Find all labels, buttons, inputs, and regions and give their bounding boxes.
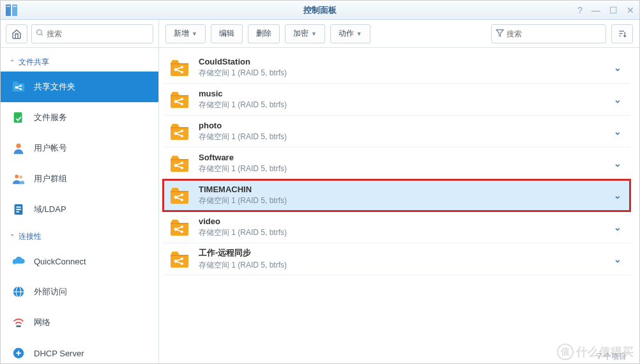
main-search-input[interactable]	[507, 29, 602, 38]
sidebar-item-quickconnect[interactable]: QuickConnect	[1, 246, 158, 277]
sidebar-item-label: 网络	[34, 317, 50, 328]
svg-rect-23	[16, 211, 19, 213]
sidebar-header	[1, 20, 159, 48]
folder-location: 存储空间 1 (RAID 5, btrfs)	[199, 260, 605, 271]
titlebar: 控制面板 ? — ☐ ✕	[1, 1, 639, 20]
maximize-button[interactable]: ☐	[609, 5, 618, 15]
item-count: 7 个项目	[597, 351, 627, 362]
chevron-down-icon[interactable]: ⌄	[614, 95, 621, 105]
sidebar-item-dhcp[interactable]: DHCP Server	[1, 338, 158, 364]
chevron-down-icon[interactable]: ⌄	[614, 190, 621, 201]
body: ⌃ 文件共享 共享文件夹 文件服务 用户帐号 用户群组	[1, 48, 639, 364]
svg-rect-22	[16, 209, 20, 210]
sidebar-item-label: 外部访问	[34, 286, 67, 298]
sort-button[interactable]	[611, 24, 633, 43]
sidebar: ⌃ 文件共享 共享文件夹 文件服务 用户帐号 用户群组	[1, 48, 159, 364]
folder-row[interactable]: video 存储空间 1 (RAID 5, btrfs) ⌄	[163, 211, 630, 243]
edit-button[interactable]: 编辑	[211, 24, 243, 43]
sidebar-item-shared-folder[interactable]: 共享文件夹	[1, 72, 158, 102]
sidebar-item-label: 共享文件夹	[34, 81, 75, 93]
folder-row[interactable]: TIMEMACHIN 存储空间 1 (RAID 5, btrfs) ⌄	[163, 179, 630, 211]
main-content: CouldStation 存储空间 1 (RAID 5, btrfs) ⌄ mu…	[159, 48, 639, 364]
folder-location: 存储空间 1 (RAID 5, btrfs)	[199, 68, 605, 79]
sidebar-item-label: 文件服务	[34, 112, 67, 123]
folder-row[interactable]: Software 存储空间 1 (RAID 5, btrfs) ⌄	[163, 148, 630, 179]
svg-point-18	[15, 174, 19, 178]
sidebar-item-label: QuickConnect	[34, 257, 86, 266]
folder-name: TIMEMACHIN	[199, 185, 605, 194]
svg-rect-27	[16, 326, 20, 328]
chevron-down-icon[interactable]: ⌄	[614, 254, 621, 264]
svg-point-19	[19, 176, 22, 179]
folder-name: CouldStation	[199, 57, 605, 66]
svg-rect-10	[13, 84, 24, 92]
chevron-down-icon[interactable]: ⌄	[614, 222, 621, 232]
section-label: 连接性	[19, 231, 42, 242]
folder-info: Software 存储空间 1 (RAID 5, btrfs)	[199, 153, 605, 174]
folder-row[interactable]: CouldStation 存储空间 1 (RAID 5, btrfs) ⌄	[163, 52, 630, 84]
folder-row[interactable]: photo 存储空间 1 (RAID 5, btrfs) ⌄	[163, 116, 630, 148]
chevron-down-icon[interactable]: ⌄	[614, 158, 621, 169]
home-button[interactable]	[6, 24, 27, 43]
sidebar-item-file-services[interactable]: 文件服务	[1, 102, 158, 133]
share-folder-icon	[169, 90, 190, 109]
svg-line-5	[41, 34, 43, 36]
folder-info: 工作-远程同步 存储空间 1 (RAID 5, btrfs)	[199, 247, 605, 271]
folder-row[interactable]: 工作-远程同步 存储空间 1 (RAID 5, btrfs) ⌄	[163, 243, 630, 275]
sidebar-item-external-access[interactable]: 外部访问	[1, 277, 158, 307]
folder-info: video 存储空间 1 (RAID 5, btrfs)	[199, 216, 605, 238]
app-icon	[4, 3, 20, 18]
shared-folder-icon	[11, 79, 26, 95]
folder-row[interactable]: music 存储空间 1 (RAID 5, btrfs) ⌄	[163, 84, 630, 116]
section-file-share[interactable]: ⌃ 文件共享	[1, 50, 158, 72]
ldap-icon	[11, 202, 26, 217]
globe-icon	[11, 284, 26, 300]
svg-rect-2	[6, 6, 10, 7]
sidebar-item-label: 用户群组	[34, 173, 67, 185]
folder-name: 工作-远程同步	[199, 247, 605, 259]
minimize-button[interactable]: —	[591, 5, 600, 15]
sidebar-item-user-account[interactable]: 用户帐号	[1, 133, 158, 163]
folder-info: CouldStation 存储空间 1 (RAID 5, btrfs)	[199, 57, 605, 79]
caret-down-icon: ▼	[311, 31, 317, 37]
group-icon	[11, 171, 26, 186]
help-button[interactable]: ?	[577, 5, 583, 15]
sidebar-item-network[interactable]: 网络	[1, 307, 158, 338]
dhcp-icon	[11, 345, 26, 361]
sidebar-item-label: DHCP Server	[34, 349, 84, 358]
folder-info: TIMEMACHIN 存储空间 1 (RAID 5, btrfs)	[199, 185, 605, 206]
sidebar-item-domain-ldap[interactable]: 域/LDAP	[1, 194, 158, 225]
section-label: 文件共享	[19, 57, 49, 68]
share-folder-icon	[169, 122, 190, 141]
caret-down-icon: ▼	[192, 31, 197, 37]
sidebar-search-input[interactable]	[47, 29, 149, 38]
encrypt-button[interactable]: 加密▼	[285, 24, 325, 43]
main-search[interactable]	[491, 24, 606, 43]
sidebar-item-label: 用户帐号	[34, 142, 67, 154]
chevron-up-icon: ⌃	[10, 233, 15, 240]
folder-info: music 存储空间 1 (RAID 5, btrfs)	[199, 89, 605, 110]
folder-list: CouldStation 存储空间 1 (RAID 5, btrfs) ⌄ mu…	[163, 52, 630, 275]
folder-info: photo 存储空间 1 (RAID 5, btrfs)	[199, 121, 605, 142]
top-strip: 新增▼ 编辑 删除 加密▼ 动作▼	[1, 20, 639, 48]
share-folder-icon	[169, 154, 190, 173]
new-button[interactable]: 新增▼	[165, 24, 206, 43]
network-icon	[11, 315, 26, 330]
section-connectivity[interactable]: ⌃ 连接性	[1, 225, 158, 246]
delete-button[interactable]: 删除	[248, 24, 280, 43]
folder-name: Software	[199, 153, 605, 162]
sidebar-search[interactable]	[31, 24, 153, 43]
chevron-down-icon[interactable]: ⌄	[614, 63, 621, 73]
sort-icon	[618, 29, 627, 38]
window-title: 控制面板	[1, 4, 639, 16]
action-button[interactable]: 动作▼	[330, 24, 370, 43]
folder-name: photo	[199, 121, 605, 130]
folder-location: 存储空间 1 (RAID 5, btrfs)	[199, 195, 605, 206]
close-button[interactable]: ✕	[627, 5, 634, 15]
filter-icon	[496, 29, 504, 39]
sidebar-item-user-group[interactable]: 用户群组	[1, 163, 158, 194]
chevron-down-icon[interactable]: ⌄	[614, 126, 621, 137]
folder-location: 存储空间 1 (RAID 5, btrfs)	[199, 100, 605, 110]
home-icon	[11, 29, 22, 39]
window-controls: ? — ☐ ✕	[577, 5, 634, 15]
